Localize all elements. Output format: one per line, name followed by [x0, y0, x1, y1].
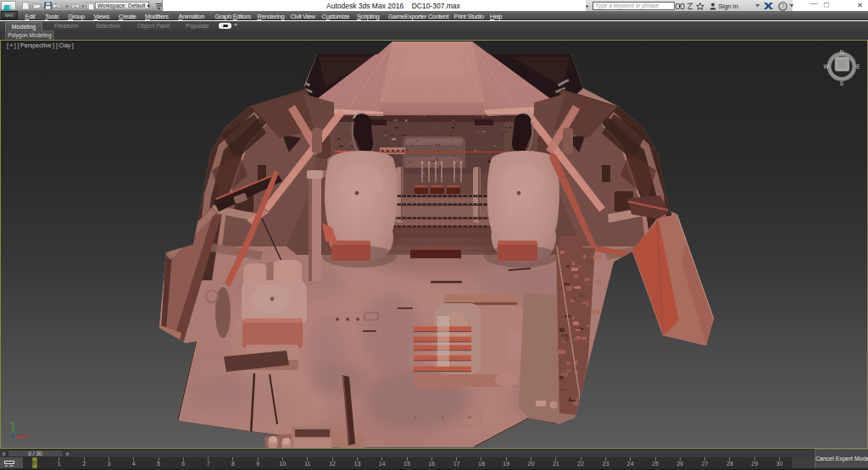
svg-text:x: x: [25, 431, 27, 436]
svg-text:S: S: [840, 80, 844, 86]
svg-text:Y: Y: [10, 421, 14, 426]
svg-text:E: E: [856, 64, 860, 69]
svg-text:?: ?: [782, 3, 785, 9]
svg-text:N: N: [840, 48, 844, 54]
svg-text:W: W: [823, 64, 829, 69]
